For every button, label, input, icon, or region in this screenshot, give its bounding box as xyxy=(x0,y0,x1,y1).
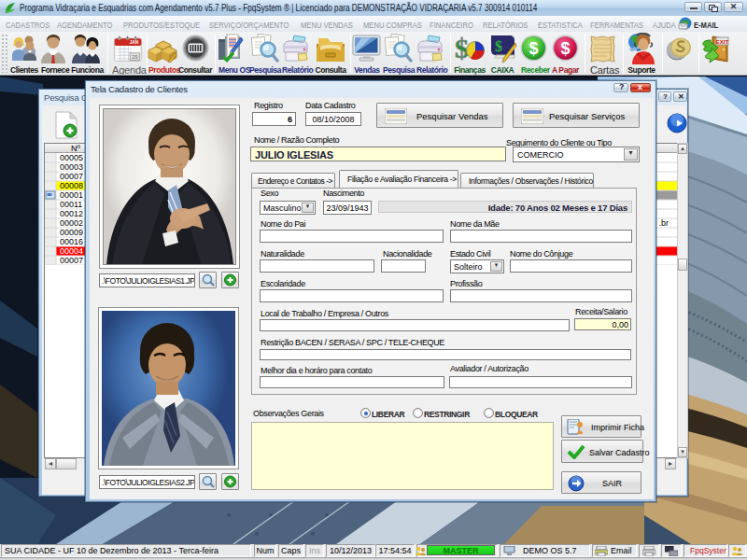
svg-text:00009: 00009 xyxy=(60,228,83,237)
svg-text:00005: 00005 xyxy=(60,153,83,162)
svg-text:00001: 00001 xyxy=(60,190,83,200)
svg-text:$: $ xyxy=(560,39,570,58)
svg-text:EXIT: EXIT xyxy=(716,39,729,45)
svg-text:00011: 00011 xyxy=(60,200,82,209)
svg-text:$: $ xyxy=(529,39,538,58)
svg-text:00007: 00007 xyxy=(60,172,83,181)
svg-text:00002: 00002 xyxy=(60,218,83,228)
svg-text:00007: 00007 xyxy=(60,256,83,265)
svg-text:00012: 00012 xyxy=(60,209,83,218)
svg-text:00016: 00016 xyxy=(60,237,83,246)
svg-text:00003: 00003 xyxy=(60,162,83,172)
svg-text:29: 29 xyxy=(132,54,138,60)
svg-text:$: $ xyxy=(495,38,502,54)
svg-text:.br: .br xyxy=(658,218,669,228)
svg-text:00008: 00008 xyxy=(60,181,83,190)
svg-text:00004: 00004 xyxy=(60,246,83,256)
svg-text:JAN: JAN xyxy=(130,40,139,45)
